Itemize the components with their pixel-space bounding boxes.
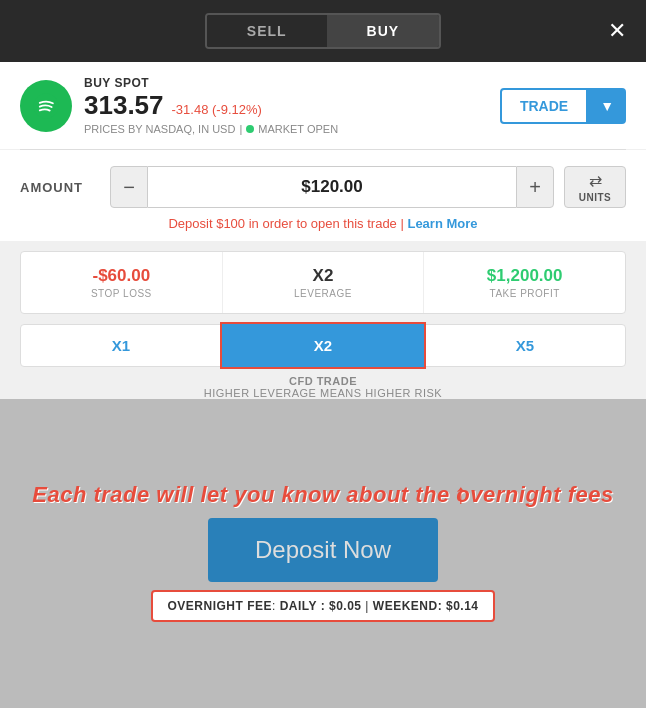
deposit-warning: Deposit $100 in order to open this trade… <box>20 216 626 231</box>
market-dot <box>246 125 254 133</box>
leverage-x1-button[interactable]: X1 <box>20 324 222 367</box>
market-status: MARKET OPEN <box>258 123 338 135</box>
trade-stats: -$60.00 STOP LOSS X2 LEVERAGE $1,200.00 … <box>20 251 626 314</box>
stock-meta: PRICES BY NASDAQ, IN USD | MARKET OPEN <box>84 123 338 135</box>
overnight-label: OVERNIGHT FEE <box>167 599 272 613</box>
stock-info: BUY SPOT 313.57 -31.48 (-9.12%) PRICES B… <box>0 62 646 149</box>
warning-text: Deposit $100 in order to open this trade… <box>168 216 403 231</box>
units-label: UNITS <box>579 192 612 203</box>
stop-loss-label: STOP LOSS <box>31 288 212 299</box>
sell-tab[interactable]: SELL <box>207 15 327 47</box>
take-profit-cell[interactable]: $1,200.00 TAKE PROFIT <box>424 252 625 313</box>
amount-minus-button[interactable]: − <box>110 166 148 208</box>
leverage-value: X2 <box>233 266 414 286</box>
annotation-text: Each trade will let you know about the o… <box>32 481 613 509</box>
amount-row: AMOUNT − + ⇄ UNITS <box>20 166 626 208</box>
header: SELL BUY ✕ <box>0 0 646 62</box>
take-profit-value: $1,200.00 <box>434 266 615 286</box>
spotify-icon <box>31 91 61 121</box>
cfd-note: CFD TRADE HIGHER LEVERAGE MEANS HIGHER R… <box>20 375 626 399</box>
leverage-row: X1 X2 X5 <box>20 324 626 367</box>
amount-plus-button[interactable]: + <box>516 166 554 208</box>
modal: SELL BUY ✕ BUY SPOT 313.57 -31.48 (-9.12… <box>0 0 646 708</box>
leverage-x5-button[interactable]: X5 <box>424 324 626 367</box>
stock-change: -31.48 (-9.12%) <box>172 102 262 117</box>
arrow-up-icon: ↑ <box>454 478 468 480</box>
stats-row: -$60.00 STOP LOSS X2 LEVERAGE $1,200.00 … <box>21 252 625 313</box>
amount-label: AMOUNT <box>20 180 100 195</box>
amount-input[interactable] <box>148 166 516 208</box>
stop-loss-value: -$60.00 <box>31 266 212 286</box>
amount-section: AMOUNT − + ⇄ UNITS Deposit $100 in order… <box>0 150 646 241</box>
learn-more-link[interactable]: Learn More <box>407 216 477 231</box>
stock-action: BUY SPOT <box>84 76 338 90</box>
trade-btn-group: TRADE ▼ <box>500 88 626 124</box>
stock-source: PRICES BY NASDAQ, IN USD <box>84 123 235 135</box>
cfd-title: CFD TRADE <box>20 375 626 387</box>
units-icon: ⇄ <box>589 171 602 190</box>
bottom-section: Each trade will let you know about the o… <box>0 399 646 708</box>
stop-loss-cell[interactable]: -$60.00 STOP LOSS <box>21 252 223 313</box>
close-button[interactable]: ✕ <box>608 20 626 42</box>
overnight-daily: DAILY : $0.05 <box>280 599 362 613</box>
amount-ctrl: − + <box>110 166 554 208</box>
take-profit-label: TAKE PROFIT <box>434 288 615 299</box>
trade-dropdown[interactable]: ▼ <box>588 88 626 124</box>
cfd-subtitle: HIGHER LEVERAGE MEANS HIGHER RISK <box>204 387 442 399</box>
price-row: 313.57 -31.48 (-9.12%) <box>84 90 338 121</box>
separator: | <box>239 123 242 135</box>
stock-logo <box>20 80 72 132</box>
trade-button[interactable]: TRADE <box>500 88 588 124</box>
deposit-now-button[interactable]: Deposit Now <box>208 518 438 582</box>
stock-price: 313.57 <box>84 90 164 121</box>
tab-group: SELL BUY <box>205 13 441 49</box>
overnight-fee: OVERNIGHT FEE: DAILY : $0.05 | WEEKEND: … <box>151 590 494 622</box>
buy-tab[interactable]: BUY <box>327 15 440 47</box>
overnight-weekend: WEEKEND: $0.14 <box>373 599 479 613</box>
units-button[interactable]: ⇄ UNITS <box>564 166 626 208</box>
leverage-x2-button[interactable]: X2 <box>222 324 424 367</box>
leverage-cell[interactable]: X2 LEVERAGE <box>223 252 425 313</box>
stock-details: BUY SPOT 313.57 -31.48 (-9.12%) PRICES B… <box>84 76 338 135</box>
leverage-label: LEVERAGE <box>233 288 414 299</box>
